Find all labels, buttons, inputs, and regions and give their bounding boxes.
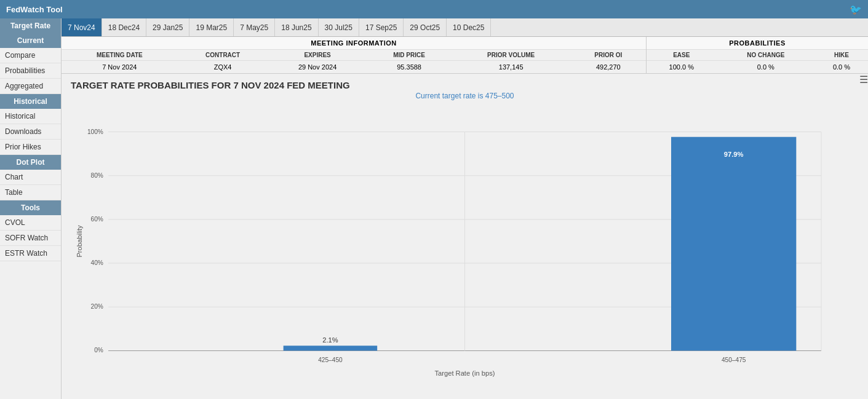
sidebar-item-historical[interactable]: Historical bbox=[0, 109, 61, 124]
x-label-425-450: 425–450 bbox=[318, 357, 343, 363]
tab-19mar25[interactable]: 19 Mar25 bbox=[189, 18, 234, 36]
cell-meeting-date: 7 Nov 2024 bbox=[62, 61, 178, 74]
info-area: MEETING INFORMATION MEETING DATE CONTRAC… bbox=[62, 37, 868, 74]
sidebar-item-prior-hikes[interactable]: Prior Hikes bbox=[0, 140, 61, 155]
cell-no-change: 0.0 % bbox=[717, 61, 815, 74]
col-contract: CONTRACT bbox=[178, 50, 268, 61]
chart-container: Q 100% 80% 60% 40% 20% 0% Probability bbox=[71, 103, 859, 379]
meeting-info-title: MEETING INFORMATION bbox=[62, 37, 646, 50]
sidebar-item-downloads[interactable]: Downloads bbox=[0, 124, 61, 140]
cell-ease: 100.0 % bbox=[647, 61, 717, 74]
x-label-450-475: 450–475 bbox=[722, 357, 746, 363]
y-label-0: 0% bbox=[94, 347, 103, 354]
y-label-40: 40% bbox=[91, 259, 103, 266]
y-label-60: 60% bbox=[91, 216, 103, 223]
app-title: FedWatch Tool bbox=[6, 5, 63, 14]
col-no-change: NO CHANGE bbox=[717, 50, 815, 61]
meeting-info-table: MEETING DATE CONTRACT EXPIRES MID PRICE … bbox=[62, 50, 646, 73]
chart-menu-icon[interactable]: ☰ bbox=[859, 74, 868, 85]
tab-7nov24[interactable]: 7 Nov24 bbox=[62, 18, 102, 36]
col-hike: HIKE bbox=[815, 50, 868, 61]
chart-area: TARGET RATE PROBABILITIES FOR 7 NOV 2024… bbox=[62, 74, 868, 399]
tab-30jul25[interactable]: 30 Jul25 bbox=[319, 18, 359, 36]
bar-label-97-9: 97.9% bbox=[724, 151, 744, 158]
tab-29oct25[interactable]: 29 Oct25 bbox=[404, 18, 447, 36]
sidebar-item-sofr-watch[interactable]: SOFR Watch bbox=[0, 231, 61, 246]
bar-450-475 bbox=[671, 137, 796, 351]
sidebar-item-chart[interactable]: Chart bbox=[0, 170, 61, 185]
sidebar: Target Rate Current Compare Probabilitie… bbox=[0, 18, 62, 399]
y-label-20: 20% bbox=[91, 303, 103, 310]
main-content: 7 Nov24 18 Dec24 29 Jan25 19 Mar25 7 May… bbox=[62, 18, 868, 399]
col-prior-volume: PRIOR VOLUME bbox=[452, 50, 571, 61]
tab-17sep25[interactable]: 17 Sep25 bbox=[359, 18, 404, 36]
y-axis-title: Probability bbox=[76, 225, 83, 258]
sidebar-item-compare[interactable]: Compare bbox=[0, 48, 61, 63]
twitter-icon[interactable]: 🐦 bbox=[850, 4, 862, 15]
tab-18jun25[interactable]: 18 Jun25 bbox=[275, 18, 318, 36]
y-label-100: 100% bbox=[87, 128, 103, 135]
sidebar-item-table[interactable]: Table bbox=[0, 185, 61, 200]
tab-29jan25[interactable]: 29 Jan25 bbox=[146, 18, 189, 36]
sidebar-section-dot-plot[interactable]: Dot Plot bbox=[0, 155, 61, 170]
meeting-info-panel: MEETING INFORMATION MEETING DATE CONTRAC… bbox=[62, 37, 647, 73]
cell-expires: 29 Nov 2024 bbox=[268, 61, 367, 74]
app-header: FedWatch Tool 🐦 bbox=[0, 0, 868, 18]
sidebar-section-tools[interactable]: Tools bbox=[0, 200, 61, 215]
col-mid-price: MID PRICE bbox=[367, 50, 452, 61]
sidebar-item-probabilities[interactable]: Probabilities bbox=[0, 63, 61, 79]
cell-hike: 0.0 % bbox=[815, 61, 868, 74]
sidebar-item-estr-watch[interactable]: ESTR Watch bbox=[0, 246, 61, 261]
cell-mid-price: 95.3588 bbox=[367, 61, 452, 74]
tabs-bar: 7 Nov24 18 Dec24 29 Jan25 19 Mar25 7 May… bbox=[62, 18, 868, 37]
bar-label-2-1: 2.1% bbox=[322, 336, 338, 344]
col-ease: EASE bbox=[647, 50, 717, 61]
x-axis-title: Target Rate (in bps) bbox=[434, 369, 495, 377]
tab-10dec25[interactable]: 10 Dec25 bbox=[447, 18, 491, 36]
bar-425-450 bbox=[284, 346, 377, 350]
chart-subtitle: Current target rate is 475–500 bbox=[71, 92, 859, 100]
probabilities-panel: PROBABILITIES EASE NO CHANGE HIKE 100.0 … bbox=[647, 37, 868, 73]
cell-prior-volume: 137,145 bbox=[452, 61, 571, 74]
sidebar-item-aggregated[interactable]: Aggregated bbox=[0, 79, 61, 94]
cell-prior-oi: 492,270 bbox=[571, 61, 646, 74]
tab-18dec24[interactable]: 18 Dec24 bbox=[102, 18, 146, 36]
col-meeting-date: MEETING DATE bbox=[62, 50, 178, 61]
col-prior-oi: PRIOR OI bbox=[571, 50, 646, 61]
tab-7may25[interactable]: 7 May25 bbox=[234, 18, 275, 36]
sidebar-item-cvol[interactable]: CVOL bbox=[0, 215, 61, 231]
sidebar-section-target-rate[interactable]: Target Rate bbox=[0, 18, 61, 33]
y-label-80: 80% bbox=[91, 172, 103, 179]
sidebar-section-historical[interactable]: Historical bbox=[0, 94, 61, 109]
col-expires: EXPIRES bbox=[268, 50, 367, 61]
probabilities-table: EASE NO CHANGE HIKE 100.0 % 0.0 % 0.0 % bbox=[647, 50, 868, 73]
chart-svg: Q 100% 80% 60% 40% 20% 0% Probability bbox=[71, 103, 859, 379]
cell-contract: ZQX4 bbox=[178, 61, 268, 74]
chart-title: TARGET RATE PROBABILITIES FOR 7 NOV 2024… bbox=[71, 80, 350, 90]
sidebar-section-current[interactable]: Current bbox=[0, 33, 61, 48]
probabilities-title: PROBABILITIES bbox=[647, 37, 868, 50]
